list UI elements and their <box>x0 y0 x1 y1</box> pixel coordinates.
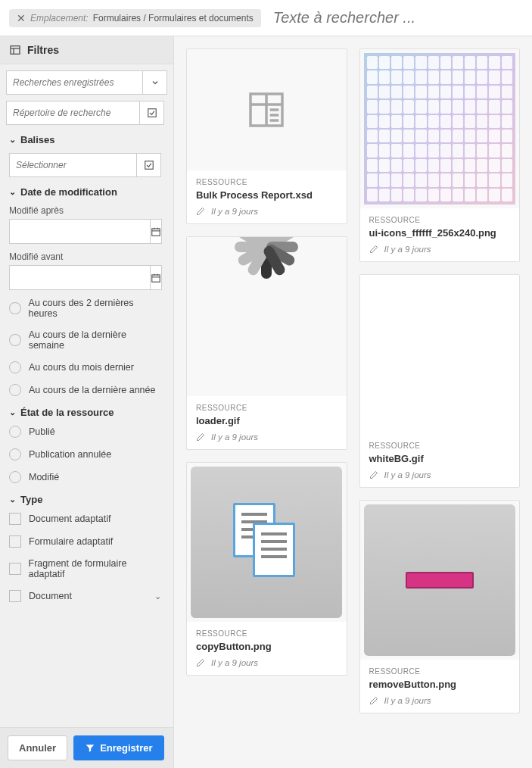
status-modified[interactable]: Modifié <box>9 471 161 483</box>
card-thumbnail <box>187 463 347 622</box>
range-month[interactable]: Au cours du mois dernier <box>9 361 161 373</box>
section-status-title: État de la ressource <box>20 407 114 418</box>
section-status: ⌄ État de la ressource Publié Publicatio… <box>9 407 161 483</box>
card-title: copyButton.png <box>196 641 338 652</box>
pencil-icon <box>196 207 205 216</box>
modified-after-input[interactable] <box>9 219 151 244</box>
radio-icon <box>9 361 21 373</box>
remove-icon <box>364 504 515 656</box>
card-thumbnail <box>360 275 520 434</box>
saved-searches-input[interactable] <box>6 70 143 95</box>
filters-icon <box>9 44 21 56</box>
type-adaptive-doc[interactable]: Document adaptatif <box>9 513 161 525</box>
modified-before-input[interactable] <box>9 265 151 290</box>
copy-icon <box>191 467 342 618</box>
tags-select-input[interactable] <box>9 153 137 177</box>
checkbox-icon <box>9 513 21 525</box>
search-directory-input[interactable] <box>6 101 140 125</box>
search-input[interactable] <box>270 6 523 30</box>
section-tags-header[interactable]: ⌄ Balises <box>9 134 161 145</box>
chevron-down-icon[interactable]: ⌄ <box>154 592 161 601</box>
radio-icon <box>9 334 21 346</box>
filters-sidebar: Filtres ⌄ Balises <box>0 36 174 768</box>
resource-card[interactable]: RESSOURCE loader.gif Il y a 9 jours <box>186 236 347 450</box>
card-thumbnail <box>360 501 520 660</box>
calendar-icon <box>151 273 161 283</box>
modified-before-calendar[interactable] <box>151 265 162 290</box>
modified-after-calendar[interactable] <box>151 219 162 244</box>
chevron-down-icon: ⌄ <box>9 495 16 504</box>
topbar: ✕ Emplacement: Formulaires / Formulaires… <box>0 0 532 36</box>
svg-rect-5 <box>152 228 160 235</box>
checkbox-checked-icon <box>147 108 157 118</box>
modified-after-label: Modifié après <box>9 205 161 216</box>
card-meta-text: Il y a 9 jours <box>211 432 258 442</box>
filters-header: Filtres <box>0 36 173 64</box>
card-type-label: RESSOURCE <box>196 404 338 412</box>
card-title: removeButton.png <box>369 679 511 690</box>
section-type: ⌄ Type Document adaptatif Formulaire ada… <box>9 494 161 602</box>
saved-searches-dropdown[interactable] <box>143 70 167 95</box>
card-meta-text: Il y a 9 jours <box>211 207 258 216</box>
section-type-title: Type <box>20 494 42 505</box>
checkbox-icon <box>9 563 21 575</box>
tags-select-confirm[interactable] <box>137 153 161 177</box>
checkbox-icon <box>9 590 21 602</box>
section-tags-title: Balises <box>20 134 55 145</box>
range-year[interactable]: Au cours de la dernière année <box>9 384 161 396</box>
pencil-icon <box>369 696 378 705</box>
card-meta-text: Il y a 9 jours <box>384 696 431 705</box>
svg-rect-0 <box>11 46 20 55</box>
card-type-label: RESSOURCE <box>196 178 338 186</box>
resource-card[interactable]: RESSOURCE removeButton.png Il y a 9 jour… <box>359 500 521 713</box>
radio-icon <box>9 384 21 396</box>
chevron-down-icon: ⌄ <box>9 407 16 417</box>
spinner-icon <box>198 248 334 385</box>
pencil-icon <box>196 432 205 442</box>
sidebar-footer: Annuler Enregistrer <box>0 727 173 768</box>
document-icon <box>245 89 288 131</box>
resource-card[interactable]: RESSOURCE ui-icons_ffffff_256x240.png Il… <box>359 48 521 262</box>
status-published[interactable]: Publié <box>9 426 161 438</box>
type-form-fragment[interactable]: Fragment de formulaire adaptatif <box>9 558 161 579</box>
section-modified: ⌄ Date de modification Modifié après Mod… <box>9 186 161 396</box>
checkbox-icon <box>9 535 21 548</box>
icon-sprite <box>364 53 515 204</box>
resource-card[interactable]: RESSOURCE copyButton.png Il y a 9 jours <box>186 462 347 676</box>
section-tags: ⌄ Balises <box>9 134 161 177</box>
search-directory-confirm[interactable] <box>140 101 164 125</box>
card-type-label: RESSOURCE <box>369 216 511 224</box>
section-type-header[interactable]: ⌄ Type <box>9 494 161 505</box>
radio-icon <box>9 471 21 483</box>
section-status-header[interactable]: ⌄ État de la ressource <box>9 407 161 418</box>
card-title: whiteBG.gif <box>369 453 511 464</box>
type-document[interactable]: Document ⌄ <box>9 590 161 602</box>
save-filter-icon <box>85 743 95 754</box>
range-week[interactable]: Au cours de la dernière semaine <box>9 329 161 351</box>
checkbox-checked-icon <box>144 160 154 170</box>
status-unpublished[interactable]: Publication annulée <box>9 448 161 460</box>
save-button[interactable]: Enregistrer <box>73 735 163 760</box>
radio-icon <box>9 448 21 460</box>
resource-card[interactable]: RESSOURCE whiteBG.gif Il y a 9 jours <box>359 274 521 488</box>
card-meta-text: Il y a 9 jours <box>384 245 431 254</box>
filters-title: Filtres <box>27 44 59 56</box>
card-title: ui-icons_ffffff_256x240.png <box>369 227 511 239</box>
svg-rect-4 <box>145 161 153 170</box>
section-modified-header[interactable]: ⌄ Date de modification <box>9 186 161 198</box>
type-adaptive-form[interactable]: Formulaire adaptatif <box>9 535 161 548</box>
card-type-label: RESSOURCE <box>369 442 511 450</box>
resource-card[interactable]: RESSOURCE Bulk Process Report.xsd Il y a… <box>186 48 347 224</box>
svg-rect-9 <box>152 274 160 281</box>
modified-before-label: Modifié avant <box>9 251 161 262</box>
close-icon[interactable]: ✕ <box>17 12 26 24</box>
cancel-button[interactable]: Annuler <box>8 735 67 760</box>
pencil-icon <box>196 658 205 667</box>
pencil-icon <box>369 470 378 479</box>
range-2h[interactable]: Au cours des 2 dernières heures <box>9 298 161 319</box>
location-path: Formulaires / Formulaires et documents <box>93 13 254 23</box>
location-chip[interactable]: ✕ Emplacement: Formulaires / Formulaires… <box>9 9 261 27</box>
location-label: Emplacement: <box>30 13 89 23</box>
card-meta-text: Il y a 9 jours <box>384 470 431 479</box>
card-title: loader.gif <box>196 415 338 426</box>
